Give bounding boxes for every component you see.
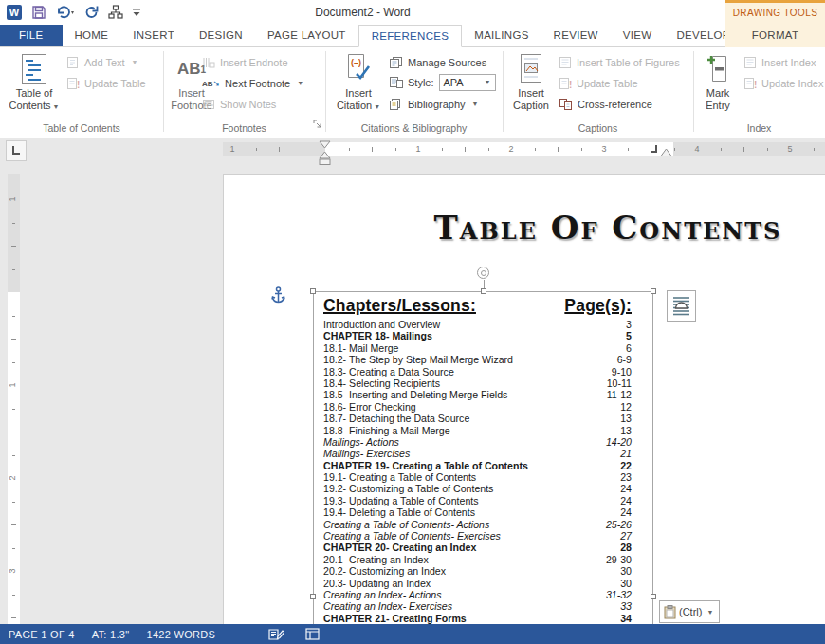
insert-endnote-button[interactable]: Insert Endnote [202, 54, 288, 70]
show-notes-button[interactable]: Show Notes [202, 96, 276, 112]
insert-caption-button[interactable]: Insert Caption [506, 51, 556, 111]
toc-row: Introduction and Overview3 [323, 319, 632, 330]
group-label-index: Index [693, 122, 825, 134]
toc-row: 18.1- Mail Merge6 [323, 342, 632, 354]
ruler-number: 4 [694, 144, 699, 154]
left-tab-icon [12, 146, 20, 155]
toc-row-page: 10-11 [607, 377, 632, 389]
next-footnote-button[interactable]: AB➘ Next Footnote▼ [202, 75, 303, 91]
document-page[interactable]: Table Of Contents Chapters/Lessons: Page… [223, 174, 825, 624]
tab-view[interactable]: VIEW [611, 25, 665, 46]
toc-text-box[interactable]: Chapters/Lessons: Page(s): Introduction … [313, 291, 653, 624]
ruler-tick [372, 147, 373, 152]
status-page-number[interactable]: PAGE 1 OF 4 [9, 629, 75, 640]
toc-row: Creating an Index- Actions31-32 [323, 589, 632, 600]
anchor-icon[interactable] [271, 286, 285, 304]
ruler-tick [12, 269, 15, 270]
vertical-ruler[interactable]: 1123 [8, 174, 20, 624]
insert-caption-icon [506, 51, 556, 87]
toc-row-page: 21 [620, 448, 632, 459]
ruler-tick [674, 148, 675, 151]
chevron-down-icon: ▼ [374, 103, 380, 110]
horizontal-ruler[interactable]: 112345 [223, 142, 825, 156]
toc-row-label: 18.3- Creating a Data Source [323, 366, 454, 377]
ruler-tick [12, 316, 15, 317]
ruler-number: 3 [601, 144, 606, 154]
ruler-tick [279, 147, 280, 152]
right-indent-marker[interactable] [660, 148, 672, 157]
status-word-count[interactable]: 1422 WORDS [146, 629, 215, 640]
group-separator [503, 51, 504, 132]
mark-entry-icon [696, 51, 740, 87]
right-tab-stop[interactable] [651, 145, 657, 153]
toc-row-label: CHAPTER 19- Creating a Table of Contents [323, 460, 528, 471]
group-label-footnotes: Footnotes [163, 122, 325, 134]
cross-reference-button[interactable]: Cross-reference [559, 96, 652, 112]
insert-index-button[interactable]: Insert Index [743, 54, 816, 70]
toc-row-page: 5 [626, 330, 632, 341]
add-text-button[interactable]: Add Text▼ [66, 54, 138, 70]
toc-row: CHAPTER 18- Mailings5 [323, 330, 632, 341]
table-of-contents-button[interactable]: Table of Contents▼ [4, 51, 64, 113]
tab-insert[interactable]: INSERT [120, 25, 187, 46]
tab-mailings[interactable]: MAILINGS [462, 25, 541, 46]
update-table-button[interactable]: ! Update Table [66, 75, 146, 91]
captions-update-table-button[interactable]: ! Update Table [559, 75, 638, 91]
rotation-handle[interactable] [477, 267, 489, 279]
indent-markers[interactable] [319, 140, 331, 167]
toc-row-page: 6 [626, 342, 632, 354]
toc-row-page: 6-9 [617, 354, 632, 365]
tab-page-layout[interactable]: PAGE LAYOUT [255, 25, 358, 46]
toc-row-page: 25-26 [606, 519, 632, 530]
toc-row-page: 28 [620, 542, 632, 553]
tab-home[interactable]: HOME [63, 25, 121, 46]
tab-design[interactable]: DESIGN [187, 25, 255, 46]
ruler-tick [581, 148, 582, 151]
svg-text:!: ! [569, 80, 572, 90]
toc-row-label: 19.4- Deleting a Table of Contents [323, 506, 475, 518]
paste-options-label: (Ctrl) [679, 606, 702, 617]
tab-format[interactable]: FORMAT [725, 25, 825, 47]
ruler-tick [12, 362, 15, 363]
resize-handle-middle-left[interactable] [310, 594, 316, 599]
ruler-tick [349, 148, 350, 151]
ruler-tick [488, 148, 489, 151]
document-heading: Table Of Contents [434, 209, 782, 247]
proofing-icon[interactable] [268, 628, 284, 641]
status-vertical-position[interactable]: AT: 1.3" [92, 629, 130, 640]
paste-options-button[interactable]: (Ctrl) ▼ [659, 600, 720, 623]
clipboard-icon [664, 605, 676, 619]
group-separator [693, 51, 694, 132]
resize-handle-top-left[interactable] [310, 288, 316, 294]
toc-row: 18.5- Inserting and Deleting Merge Field… [323, 389, 632, 400]
resize-handle-middle-right[interactable] [651, 594, 656, 599]
status-bar: PAGE 1 OF 4 AT: 1.3" 1422 WORDS [0, 624, 825, 644]
toc-row-label: Creating a Table of Contents- Exercises [323, 530, 501, 542]
toc-row: 19.2- Customizing a Table of Contents24 [323, 483, 632, 494]
tab-review[interactable]: REVIEW [541, 25, 611, 46]
tab-file[interactable]: FILE [0, 25, 63, 46]
macro-recording-icon[interactable] [305, 628, 320, 640]
tab-references[interactable]: REFERENCES [358, 25, 463, 47]
toc-row: 20.1- Creating an Index29-30 [323, 554, 632, 565]
ruler-number: 1 [8, 382, 17, 387]
mark-entry-button[interactable]: Mark Entry [696, 51, 740, 111]
tab-stop-selector[interactable] [6, 140, 27, 161]
toc-row-label: 18.8- Finishing a Mail Merge [323, 425, 450, 436]
ruler-number: 5 [787, 144, 792, 154]
citation-style-select[interactable]: APA▼ [439, 74, 496, 91]
insert-table-of-figures-button[interactable]: Insert Table of Figures [559, 54, 680, 70]
insert-citation-icon: (–) [332, 51, 385, 87]
resize-handle-top-middle[interactable] [481, 288, 486, 294]
insert-citation-button[interactable]: (–) Insert Citation▼ [332, 51, 385, 113]
toc-row-label: CHAPTER 18- Mailings [323, 330, 432, 341]
toc-row-page: 12 [620, 401, 632, 413]
manage-sources-button[interactable]: Manage Sources [389, 54, 486, 70]
bibliography-button[interactable]: Bibliography▼ [389, 96, 478, 112]
resize-handle-top-right[interactable] [651, 288, 656, 294]
update-index-button[interactable]: ! Update Index [743, 75, 823, 91]
toc-row-label: Mailings- Actions [323, 436, 399, 448]
layout-options-button[interactable] [667, 290, 696, 322]
toc-row-label: CHAPTER 20- Creating an Index [323, 542, 476, 553]
ruler-number: 2 [508, 144, 513, 154]
